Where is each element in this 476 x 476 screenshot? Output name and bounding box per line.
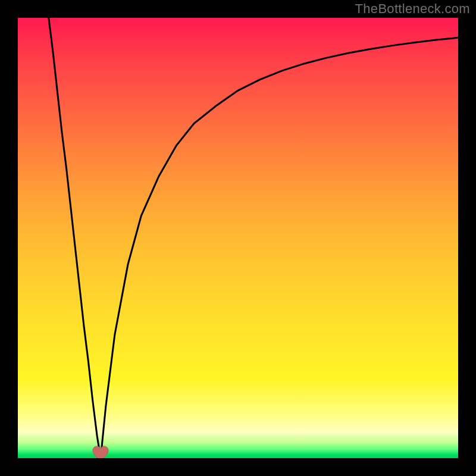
plot-area xyxy=(18,18,458,458)
curve-right-branch xyxy=(101,37,458,458)
chart-frame: TheBottleneck.com xyxy=(0,0,476,476)
curve-left-branch xyxy=(49,18,101,458)
bottleneck-curve xyxy=(18,18,458,458)
watermark-text: TheBottleneck.com xyxy=(355,1,470,17)
